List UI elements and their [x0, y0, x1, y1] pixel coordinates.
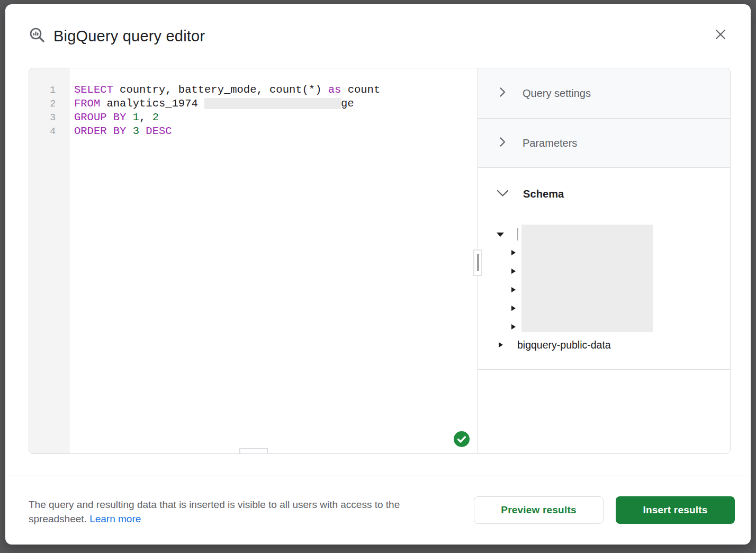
disclaimer-line1: The query and resulting data that is ins…: [29, 499, 400, 510]
tree-collapsed-icon[interactable]: [499, 342, 503, 347]
editor-and-schema-container: 1234 SELECT country, battery_mode, count…: [29, 68, 731, 454]
panel-section-divider: [478, 369, 731, 370]
query-valid-check-icon: [454, 431, 470, 447]
code-token: [126, 111, 132, 123]
code-token: ORDER BY: [74, 125, 126, 137]
tree-text-cursor: [517, 228, 518, 240]
code-token: FROM: [74, 97, 100, 110]
code-line: SELECT country, battery_mode, count(*) a…: [74, 83, 478, 97]
dialog-header: BigQuery query editor: [29, 25, 727, 47]
tree-collapsed-icon[interactable]: [511, 269, 516, 274]
redacted-schema-names: [521, 225, 653, 332]
schema-section-header[interactable]: Schema: [496, 186, 564, 202]
code-token: country, battery_mode, count(*): [113, 84, 328, 96]
tree-collapsed-icon[interactable]: [511, 306, 516, 311]
tree-expanded-icon[interactable]: [497, 233, 504, 237]
code-line: FROM analytics_1974 ge: [74, 97, 478, 111]
learn-more-link[interactable]: Learn more: [89, 513, 141, 524]
chevron-right-icon[interactable]: [497, 87, 508, 100]
dialog-title: BigQuery query editor: [53, 28, 205, 45]
bigquery-logo-icon: [29, 26, 46, 46]
panel-width-resize-handle[interactable]: [473, 249, 482, 276]
close-icon[interactable]: [714, 28, 727, 41]
disclaimer-line2: spreadsheet.: [29, 513, 87, 524]
sql-code-editor[interactable]: SELECT country, battery_mode, count(*) a…: [70, 68, 478, 453]
editor-height-resize-handle[interactable]: [239, 448, 268, 454]
tree-collapsed-icon[interactable]: [511, 287, 516, 292]
resize-grip: [477, 254, 479, 271]
code-token: as: [328, 84, 341, 96]
preview-results-button[interactable]: Preview results: [474, 496, 604, 524]
chevron-right-icon[interactable]: [497, 137, 508, 149]
line-number: 2: [29, 97, 70, 111]
line-number: 4: [29, 124, 70, 138]
code-token: [139, 125, 146, 137]
disclaimer-text: The query and resulting data that is ins…: [29, 497, 452, 526]
schema-label: Schema: [523, 188, 564, 200]
gutter: 1234: [29, 68, 70, 453]
redacted-code-text: [204, 98, 341, 109]
code-token: analytics_1974: [100, 97, 204, 110]
bigquery-query-editor-dialog: BigQuery query editor 1234 SELECT countr…: [5, 4, 751, 545]
tree-collapsed-icon[interactable]: [511, 324, 516, 329]
code-token: ge: [341, 97, 354, 110]
query-side-panel: Query settings Parameters Schema: [478, 68, 731, 453]
chevron-down-icon[interactable]: [496, 186, 510, 202]
code-token: [126, 125, 132, 137]
code-token: 1: [133, 111, 139, 123]
footer-divider: [5, 476, 751, 476]
parameters-label: Parameters: [523, 137, 577, 149]
code-token: count: [341, 84, 380, 96]
tree-collapsed-icon[interactable]: [511, 250, 516, 255]
code-token: 2: [152, 111, 159, 123]
code-token: SELECT: [74, 84, 113, 96]
code-token: DESC: [146, 125, 172, 137]
code-token: ,: [139, 111, 152, 123]
line-number: 1: [29, 83, 70, 97]
code-line: GROUP BY 1, 2: [74, 111, 478, 124]
code-line: ORDER BY 3 DESC: [74, 124, 478, 138]
line-number: 3: [29, 111, 70, 124]
insert-results-button[interactable]: Insert results: [616, 496, 735, 524]
parameters-section[interactable]: Parameters: [478, 119, 731, 168]
code-token: GROUP BY: [74, 111, 126, 123]
query-settings-label: Query settings: [523, 87, 591, 100]
code-token: 3: [133, 125, 139, 137]
tree-item-bigquery-public-data[interactable]: bigquery-public-data: [517, 339, 611, 351]
query-settings-section[interactable]: Query settings: [478, 68, 731, 119]
